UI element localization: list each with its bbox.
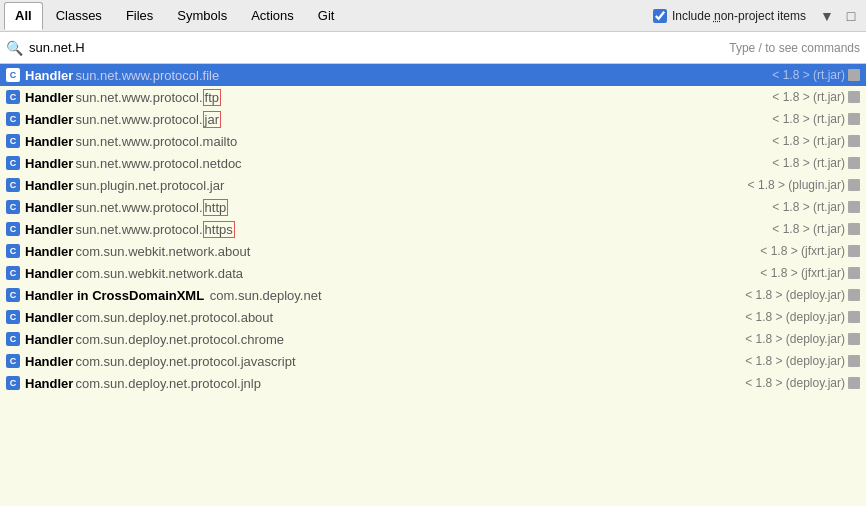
class-icon: C	[6, 178, 20, 192]
module-icon	[848, 267, 860, 279]
result-package: sun.net.www.protocol.http	[75, 200, 228, 215]
result-package: com.sun.deploy.net.protocol.jnlp	[75, 376, 260, 391]
result-location: < 1.8 > (deploy.jar)	[737, 310, 845, 324]
result-name: Handler	[25, 200, 73, 215]
class-icon: C	[6, 68, 20, 82]
result-package: sun.net.www.protocol.ftp	[75, 90, 221, 105]
result-row[interactable]: C Handler com.sun.deploy.net.protocol.ab…	[0, 306, 866, 328]
result-name: Handler	[25, 222, 73, 237]
results-list: C Handler sun.net.www.protocol.file < 1.…	[0, 64, 866, 506]
class-icon: C	[6, 244, 20, 258]
result-row[interactable]: C Handler sun.net.www.protocol.mailto < …	[0, 130, 866, 152]
result-row[interactable]: C Handler sun.net.www.protocol.netdoc < …	[0, 152, 866, 174]
class-icon: C	[6, 90, 20, 104]
module-icon	[848, 157, 860, 169]
result-row[interactable]: C Handler com.sun.webkit.network.about <…	[0, 240, 866, 262]
result-package: com.sun.deploy.net.protocol.chrome	[75, 332, 284, 347]
result-name: Handler	[25, 112, 73, 127]
result-location: < 1.8 > (rt.jar)	[764, 222, 845, 236]
result-row[interactable]: C Handler com.sun.deploy.net.protocol.ja…	[0, 350, 866, 372]
class-icon: C	[6, 134, 20, 148]
search-hint: Type / to see commands	[729, 41, 860, 55]
result-package: sun.net.www.protocol.https	[75, 222, 234, 237]
result-row[interactable]: C Handler sun.plugin.net.protocol.jar < …	[0, 174, 866, 196]
result-name: Handler	[25, 90, 73, 105]
include-non-project-area: Include non-project items	[653, 9, 806, 23]
result-name: Handler	[25, 178, 73, 193]
filter-icon[interactable]: ▼	[816, 5, 838, 27]
class-icon: C	[6, 156, 20, 170]
result-package: sun.net.www.protocol.jar	[75, 112, 221, 127]
result-row[interactable]: C Handler sun.net.www.protocol.jar < 1.8…	[0, 108, 866, 130]
result-location: < 1.8 > (rt.jar)	[764, 156, 845, 170]
result-row[interactable]: C Handler com.sun.deploy.net.protocol.ch…	[0, 328, 866, 350]
result-row[interactable]: C Handler sun.net.www.protocol.https < 1…	[0, 218, 866, 240]
search-bar: 🔍 Type / to see commands	[0, 32, 866, 64]
result-package: com.sun.webkit.network.data	[75, 266, 243, 281]
module-icon	[848, 135, 860, 147]
result-package: com.sun.deploy.net.protocol.javascript	[75, 354, 295, 369]
result-row[interactable]: C Handler sun.net.www.protocol.file < 1.…	[0, 64, 866, 86]
module-icon	[848, 289, 860, 301]
module-icon	[848, 223, 860, 235]
result-name: Handler	[25, 332, 73, 347]
module-icon	[848, 201, 860, 213]
result-row[interactable]: C Handler sun.net.www.protocol.ftp < 1.8…	[0, 86, 866, 108]
tab-bar: All Classes Files Symbols Actions Git In…	[0, 0, 866, 32]
result-location: < 1.8 > (deploy.jar)	[737, 332, 845, 346]
class-icon: C	[6, 332, 20, 346]
tab-actions[interactable]: Actions	[240, 2, 305, 30]
result-row[interactable]: C Handler sun.net.www.protocol.http < 1.…	[0, 196, 866, 218]
class-icon: C	[6, 112, 20, 126]
tab-files[interactable]: Files	[115, 2, 164, 30]
tab-git[interactable]: Git	[307, 2, 346, 30]
include-non-project-checkbox[interactable]	[653, 9, 667, 23]
tab-classes[interactable]: Classes	[45, 2, 113, 30]
result-package: com.sun.deploy.net	[206, 288, 321, 303]
result-location: < 1.8 > (rt.jar)	[764, 90, 845, 104]
result-name: Handler	[25, 310, 73, 325]
module-icon	[848, 333, 860, 345]
result-location: < 1.8 > (deploy.jar)	[737, 354, 845, 368]
result-name: Handler	[25, 134, 73, 149]
class-icon: C	[6, 376, 20, 390]
class-icon: C	[6, 288, 20, 302]
result-row[interactable]: C Handler com.sun.webkit.network.data < …	[0, 262, 866, 284]
module-icon	[848, 69, 860, 81]
result-location: < 1.8 > (jfxrt.jar)	[752, 244, 845, 258]
module-icon	[848, 179, 860, 191]
result-location: < 1.8 > (deploy.jar)	[737, 376, 845, 390]
result-name: Handler	[25, 354, 73, 369]
module-icon	[848, 311, 860, 323]
result-package: sun.net.www.protocol.netdoc	[75, 156, 241, 171]
result-row[interactable]: C Handler in CrossDomainXML com.sun.depl…	[0, 284, 866, 306]
tab-symbols[interactable]: Symbols	[166, 2, 238, 30]
result-location: < 1.8 > (plugin.jar)	[740, 178, 845, 192]
result-name: Handler in CrossDomainXML	[25, 288, 204, 303]
result-name: Handler	[25, 266, 73, 281]
result-location: < 1.8 > (rt.jar)	[764, 200, 845, 214]
class-icon: C	[6, 266, 20, 280]
class-icon: C	[6, 222, 20, 236]
module-icon	[848, 91, 860, 103]
expand-icon[interactable]: □	[840, 5, 862, 27]
result-name: Handler	[25, 244, 73, 259]
result-name: Handler	[25, 156, 73, 171]
module-icon	[848, 355, 860, 367]
module-icon	[848, 113, 860, 125]
result-name: Handler	[25, 68, 73, 83]
result-location: < 1.8 > (rt.jar)	[764, 134, 845, 148]
result-row[interactable]: C Handler com.sun.deploy.net.protocol.jn…	[0, 372, 866, 394]
result-location: < 1.8 > (jfxrt.jar)	[752, 266, 845, 280]
result-package: sun.plugin.net.protocol.jar	[75, 178, 224, 193]
search-icon: 🔍	[6, 40, 23, 56]
tab-all[interactable]: All	[4, 2, 43, 30]
module-icon	[848, 245, 860, 257]
result-location: < 1.8 > (rt.jar)	[764, 68, 845, 82]
class-icon: C	[6, 200, 20, 214]
search-input[interactable]	[29, 40, 723, 55]
result-location: < 1.8 > (deploy.jar)	[737, 288, 845, 302]
include-non-project-label: Include non-project items	[672, 9, 806, 23]
result-package: sun.net.www.protocol.mailto	[75, 134, 237, 149]
result-location: < 1.8 > (rt.jar)	[764, 112, 845, 126]
